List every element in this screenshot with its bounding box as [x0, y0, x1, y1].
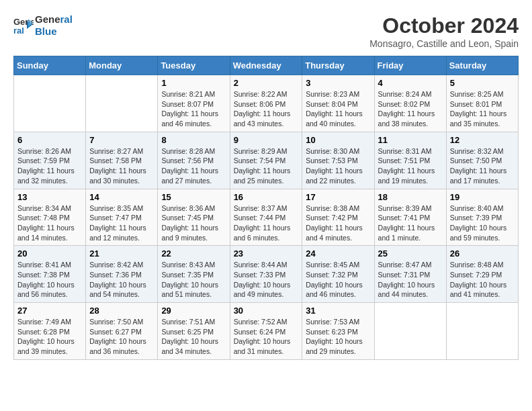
day-info: Sunrise: 8:40 AM Sunset: 7:39 PM Dayligh… [450, 203, 515, 243]
day-info: Sunrise: 8:31 AM Sunset: 7:51 PM Dayligh… [378, 146, 443, 186]
calendar-cell: 25Sunrise: 8:47 AM Sunset: 7:31 PM Dayli… [374, 246, 446, 303]
day-number: 13 [17, 192, 82, 202]
day-number: 20 [17, 248, 82, 259]
location-subtitle: Monsagro, Castille and Leon, Spain [369, 38, 519, 49]
calendar-cell [374, 303, 446, 360]
day-number: 12 [450, 135, 515, 145]
day-number: 11 [378, 135, 443, 145]
day-number: 3 [306, 78, 370, 88]
title-area: October 2024 Monsagro, Castille and Leon… [369, 13, 519, 49]
day-info: Sunrise: 8:42 AM Sunset: 7:36 PM Dayligh… [89, 260, 154, 300]
day-info: Sunrise: 8:23 AM Sunset: 8:04 PM Dayligh… [306, 89, 370, 129]
day-info: Sunrise: 8:45 AM Sunset: 7:32 PM Dayligh… [306, 260, 370, 300]
day-info: Sunrise: 8:28 AM Sunset: 7:56 PM Dayligh… [161, 146, 226, 186]
logo-line2: Blue [35, 26, 73, 38]
day-number: 15 [161, 192, 226, 202]
calendar-cell: 31Sunrise: 7:53 AM Sunset: 6:23 PM Dayli… [302, 303, 374, 360]
calendar-cell [86, 75, 158, 132]
day-number: 18 [378, 192, 443, 202]
day-number: 22 [161, 248, 226, 259]
week-row-2: 6Sunrise: 8:26 AM Sunset: 7:59 PM Daylig… [14, 132, 519, 189]
day-number: 25 [378, 248, 443, 259]
day-number: 1 [161, 78, 226, 88]
calendar-cell: 22Sunrise: 8:43 AM Sunset: 7:35 PM Dayli… [158, 246, 230, 303]
day-number: 4 [378, 78, 443, 88]
day-number: 26 [450, 248, 515, 259]
day-number: 19 [450, 192, 515, 202]
day-header-thursday: Thursday [302, 56, 374, 75]
calendar-cell [446, 303, 518, 360]
logo-icon: Gene ral [13, 15, 34, 36]
day-number: 21 [89, 248, 154, 259]
day-info: Sunrise: 7:49 AM Sunset: 6:28 PM Dayligh… [17, 317, 82, 357]
calendar-cell: 3Sunrise: 8:23 AM Sunset: 8:04 PM Daylig… [302, 75, 374, 132]
calendar-cell: 30Sunrise: 7:52 AM Sunset: 6:24 PM Dayli… [230, 303, 302, 360]
day-info: Sunrise: 8:47 AM Sunset: 7:31 PM Dayligh… [378, 260, 443, 300]
calendar-cell: 21Sunrise: 8:42 AM Sunset: 7:36 PM Dayli… [86, 246, 158, 303]
day-info: Sunrise: 8:24 AM Sunset: 8:02 PM Dayligh… [378, 89, 443, 129]
day-number: 27 [17, 306, 82, 316]
day-number: 31 [306, 306, 370, 316]
calendar-cell: 8Sunrise: 8:28 AM Sunset: 7:56 PM Daylig… [158, 132, 230, 189]
day-info: Sunrise: 7:51 AM Sunset: 6:25 PM Dayligh… [161, 317, 226, 357]
day-info: Sunrise: 8:35 AM Sunset: 7:47 PM Dayligh… [89, 203, 154, 243]
calendar-table: SundayMondayTuesdayWednesdayThursdayFrid… [13, 56, 519, 360]
day-number: 17 [306, 192, 370, 202]
day-number: 5 [450, 78, 515, 88]
calendar-cell: 12Sunrise: 8:32 AM Sunset: 7:50 PM Dayli… [446, 132, 518, 189]
calendar-cell: 17Sunrise: 8:38 AM Sunset: 7:42 PM Dayli… [302, 189, 374, 246]
calendar-cell: 27Sunrise: 7:49 AM Sunset: 6:28 PM Dayli… [14, 303, 86, 360]
day-number: 28 [89, 306, 154, 316]
calendar-cell: 19Sunrise: 8:40 AM Sunset: 7:39 PM Dayli… [446, 189, 518, 246]
week-row-5: 27Sunrise: 7:49 AM Sunset: 6:28 PM Dayli… [14, 303, 519, 360]
day-number: 16 [234, 192, 299, 202]
calendar-cell: 29Sunrise: 7:51 AM Sunset: 6:25 PM Dayli… [158, 303, 230, 360]
calendar-cell: 14Sunrise: 8:35 AM Sunset: 7:47 PM Dayli… [86, 189, 158, 246]
day-info: Sunrise: 8:48 AM Sunset: 7:29 PM Dayligh… [450, 260, 515, 300]
day-header-saturday: Saturday [446, 56, 518, 75]
day-header-tuesday: Tuesday [158, 56, 230, 75]
header-row: SundayMondayTuesdayWednesdayThursdayFrid… [14, 56, 519, 75]
day-number: 24 [306, 248, 370, 259]
day-info: Sunrise: 8:34 AM Sunset: 7:48 PM Dayligh… [17, 203, 82, 243]
day-header-wednesday: Wednesday [230, 56, 302, 75]
day-info: Sunrise: 8:36 AM Sunset: 7:45 PM Dayligh… [161, 203, 226, 243]
calendar-cell: 20Sunrise: 8:41 AM Sunset: 7:38 PM Dayli… [14, 246, 86, 303]
calendar-cell: 6Sunrise: 8:26 AM Sunset: 7:59 PM Daylig… [14, 132, 86, 189]
day-header-sunday: Sunday [14, 56, 86, 75]
day-info: Sunrise: 8:37 AM Sunset: 7:44 PM Dayligh… [234, 203, 299, 243]
day-number: 30 [234, 306, 299, 316]
calendar-cell: 13Sunrise: 8:34 AM Sunset: 7:48 PM Dayli… [14, 189, 86, 246]
calendar-cell: 9Sunrise: 8:29 AM Sunset: 7:54 PM Daylig… [230, 132, 302, 189]
day-info: Sunrise: 8:38 AM Sunset: 7:42 PM Dayligh… [306, 203, 370, 243]
calendar-cell: 4Sunrise: 8:24 AM Sunset: 8:02 PM Daylig… [374, 75, 446, 132]
day-header-friday: Friday [374, 56, 446, 75]
calendar-cell: 7Sunrise: 8:27 AM Sunset: 7:58 PM Daylig… [86, 132, 158, 189]
calendar-cell: 16Sunrise: 8:37 AM Sunset: 7:44 PM Dayli… [230, 189, 302, 246]
day-number: 6 [17, 135, 82, 145]
day-number: 23 [234, 248, 299, 259]
day-number: 7 [89, 135, 154, 145]
day-info: Sunrise: 8:41 AM Sunset: 7:38 PM Dayligh… [17, 260, 82, 300]
day-info: Sunrise: 8:21 AM Sunset: 8:07 PM Dayligh… [161, 89, 226, 129]
day-info: Sunrise: 8:39 AM Sunset: 7:41 PM Dayligh… [378, 203, 443, 243]
week-row-4: 20Sunrise: 8:41 AM Sunset: 7:38 PM Dayli… [14, 246, 519, 303]
calendar-cell: 11Sunrise: 8:31 AM Sunset: 7:51 PM Dayli… [374, 132, 446, 189]
day-info: Sunrise: 8:26 AM Sunset: 7:59 PM Dayligh… [17, 146, 82, 186]
calendar-cell: 24Sunrise: 8:45 AM Sunset: 7:32 PM Dayli… [302, 246, 374, 303]
day-number: 9 [234, 135, 299, 145]
day-info: Sunrise: 8:22 AM Sunset: 8:06 PM Dayligh… [234, 89, 299, 129]
logo-line1: General [35, 13, 73, 26]
week-row-1: 1Sunrise: 8:21 AM Sunset: 8:07 PM Daylig… [14, 75, 519, 132]
calendar-cell: 1Sunrise: 8:21 AM Sunset: 8:07 PM Daylig… [158, 75, 230, 132]
day-info: Sunrise: 8:43 AM Sunset: 7:35 PM Dayligh… [161, 260, 226, 300]
day-number: 10 [306, 135, 370, 145]
day-info: Sunrise: 7:53 AM Sunset: 6:23 PM Dayligh… [306, 317, 370, 357]
day-info: Sunrise: 8:44 AM Sunset: 7:33 PM Dayligh… [234, 260, 299, 300]
day-number: 8 [161, 135, 226, 145]
day-info: Sunrise: 8:25 AM Sunset: 8:01 PM Dayligh… [450, 89, 515, 129]
day-number: 14 [89, 192, 154, 202]
day-header-monday: Monday [86, 56, 158, 75]
calendar-cell: 5Sunrise: 8:25 AM Sunset: 8:01 PM Daylig… [446, 75, 518, 132]
day-info: Sunrise: 8:27 AM Sunset: 7:58 PM Dayligh… [89, 146, 154, 186]
